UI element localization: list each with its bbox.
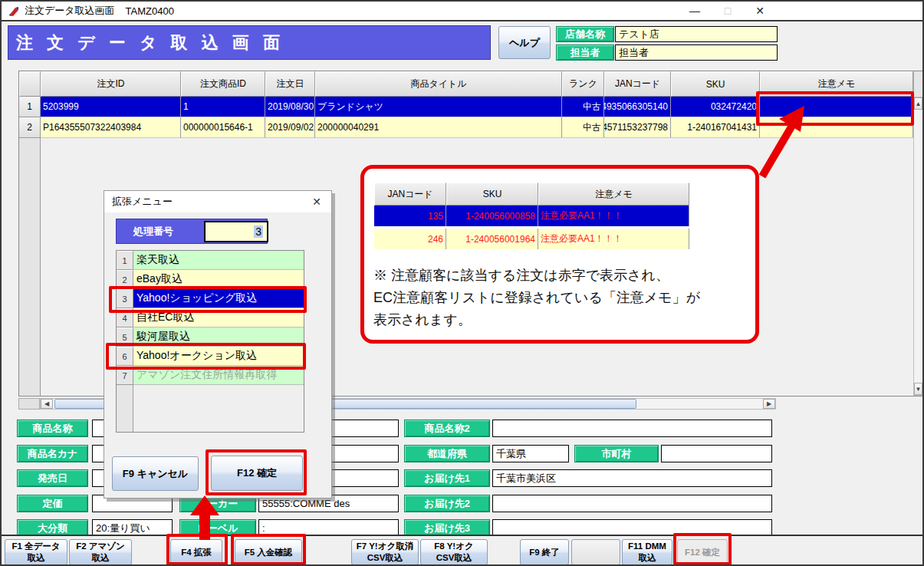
scroll-left-icon[interactable]: ◀ bbox=[41, 399, 53, 409]
mini-cell-jan: 246 bbox=[374, 229, 446, 249]
minimize-icon[interactable]: — bbox=[680, 2, 709, 20]
cancel-button[interactable]: F9 キャンセル bbox=[112, 456, 199, 491]
mini-col-memo: 注意メモ bbox=[538, 183, 689, 206]
mini-grid-header-row: JANコード SKU 注意メモ bbox=[374, 183, 689, 206]
page-title: 注 文 デ ー タ 取 込 画 面 bbox=[8, 25, 491, 60]
list-number-gutter bbox=[117, 385, 133, 432]
grid-vscrollbar[interactable]: ▲ ▼ bbox=[913, 97, 923, 396]
col-header-rank: ランク bbox=[562, 71, 604, 97]
product-kana-label: 商品名カナ bbox=[17, 445, 88, 462]
mini-cell-memo: 注意必要AA1！！！ bbox=[538, 206, 689, 226]
note-line: 表示されます。 bbox=[373, 309, 472, 331]
app-icon bbox=[8, 5, 20, 21]
f11-dmm-import-button[interactable]: F11 DMM 取込 bbox=[622, 539, 672, 565]
mini-cell-sku: 1-240056001964 bbox=[446, 229, 538, 249]
mini-col-jan: JANコード bbox=[374, 183, 446, 206]
cell-jan[interactable]: 4935066305140 bbox=[604, 97, 671, 117]
f9-exit-button[interactable]: F9 終了 bbox=[520, 539, 569, 565]
f8-yauction-csv-button[interactable]: F8 Y!オク CSV取込 bbox=[420, 539, 488, 565]
cell-order-id[interactable]: 5203999 bbox=[41, 97, 181, 117]
extension-menu-list: 1 楽天取込 2 eBay取込 3 Yahoo!ショッピング取込 4 自社EC取… bbox=[116, 250, 304, 433]
mini-cell-memo: 注意必要AA1！！！ bbox=[538, 229, 689, 249]
annotation-panel: JANコード SKU 注意メモ 135 1-240056000858 注意必要A… bbox=[360, 165, 759, 344]
close-icon[interactable]: ✕ bbox=[745, 2, 774, 20]
prefecture-label: 都道府県 bbox=[404, 445, 490, 462]
scroll-up-icon[interactable]: ▲ bbox=[914, 97, 922, 110]
product-name2-field[interactable] bbox=[492, 420, 772, 437]
cell-jan[interactable]: 4571153237798 bbox=[604, 117, 671, 138]
cell-order-id[interactable]: P164355507322403984 bbox=[41, 117, 181, 138]
row-number[interactable]: 1 bbox=[19, 97, 41, 117]
maximize-icon: □ bbox=[713, 2, 742, 20]
grid-corner-cell bbox=[19, 71, 41, 97]
mini-grid-row: 246 1-240056001964 注意必要AA1！！！ bbox=[374, 229, 689, 249]
yahoo-auction-highlight-box bbox=[106, 343, 306, 370]
list-item-label[interactable]: 楽天取込 bbox=[133, 251, 304, 270]
cell-order-item-id[interactable]: 000000015646-1 bbox=[181, 117, 265, 138]
cell-title[interactable]: ブランドシャツ bbox=[315, 97, 562, 117]
list-item[interactable]: 1 楽天取込 bbox=[117, 251, 304, 270]
window-title: 注文データ取込画面 bbox=[25, 4, 115, 18]
scroll-down-icon[interactable]: ▼ bbox=[914, 383, 922, 395]
memo-annotation-arrow bbox=[730, 84, 822, 184]
app-window: 注文データ取込画面 TAMZ0400 — □ ✕ 注 文 デ ー タ 取 込 画… bbox=[0, 0, 924, 566]
col-header-title: 商品タイトル bbox=[315, 71, 562, 97]
col-header-order-item-id: 注文商品ID bbox=[181, 71, 265, 97]
list-price-label: 定価 bbox=[17, 495, 88, 512]
scroll-right-icon[interactable]: ▶ bbox=[763, 399, 775, 409]
row-number[interactable]: 2 bbox=[19, 117, 41, 138]
product-name-label: 商品名称 bbox=[17, 420, 88, 437]
note-line: ※ 注意顧客に該当する注文は赤字で表示され、 bbox=[373, 265, 669, 287]
mini-col-sku: SKU bbox=[446, 183, 538, 206]
process-number-input[interactable]: 3 bbox=[204, 221, 268, 242]
f4-dialog-arrow bbox=[189, 495, 220, 540]
note-line: EC注意顧客リストに登録されている「注意メモ」が bbox=[373, 287, 700, 309]
vscroll-header-stub bbox=[913, 71, 923, 97]
address2-label: お届け先2 bbox=[404, 495, 490, 512]
f1-import-all-button[interactable]: F1 全データ 取込 bbox=[5, 539, 67, 565]
cell-order-date[interactable]: 2019/09/02 bbox=[265, 117, 315, 138]
row-number-gutter bbox=[19, 138, 41, 396]
col-header-order-id: 注文ID bbox=[41, 71, 181, 97]
f7-yauction-cancel-csv-button[interactable]: F7 Y!オク取消 CSV取込 bbox=[351, 539, 419, 565]
f12-highlight-box bbox=[673, 533, 732, 565]
dialog-f12-highlight-box bbox=[206, 449, 307, 495]
col-header-jan: JANコード bbox=[604, 71, 671, 97]
city-field[interactable] bbox=[661, 445, 772, 462]
f2-amazon-import-button[interactable]: F2 アマゾン 取込 bbox=[69, 539, 132, 565]
mini-grid-row: 135 1-240056000858 注意必要AA1！！！ bbox=[374, 206, 689, 226]
list-item-number: 1 bbox=[117, 251, 133, 270]
release-date-label: 発売日 bbox=[17, 469, 88, 487]
window-title-code: TAMZ0400 bbox=[126, 5, 174, 17]
cell-order-item-id[interactable]: 1 bbox=[181, 97, 265, 117]
staff-field[interactable]: 担当者 bbox=[615, 44, 778, 61]
hscroll-corner bbox=[18, 398, 40, 410]
city-label: 市町村 bbox=[574, 445, 659, 462]
mini-cell-jan: 135 bbox=[374, 206, 446, 226]
col-header-order-date: 注文日 bbox=[265, 71, 315, 97]
process-number-value: 3 bbox=[254, 225, 263, 238]
mini-cell-sku: 1-240056000858 bbox=[446, 206, 538, 226]
address1-field[interactable]: 千葉市美浜区 bbox=[492, 469, 772, 487]
cell-order-date[interactable]: 2019/08/30 bbox=[265, 97, 315, 117]
title-bar: 注文データ取込画面 TAMZ0400 — □ ✕ bbox=[2, 2, 922, 21]
cell-rank[interactable]: 中古 bbox=[562, 97, 604, 117]
yahoo-shopping-highlight-box bbox=[109, 286, 307, 313]
staff-label: 担当者 bbox=[556, 44, 614, 61]
product-name2-label: 商品名称2 bbox=[404, 420, 490, 437]
prefecture-field[interactable]: 千葉県 bbox=[492, 445, 569, 462]
dialog-title: 拡張メニュー bbox=[104, 191, 331, 212]
cell-title[interactable]: 200000040291 bbox=[315, 117, 562, 138]
address1-label: お届け先1 bbox=[404, 469, 490, 487]
function-key-bar: F1 全データ 取込 F2 アマゾン 取込 F4 拡張 F5 入金確認 F7 Y… bbox=[2, 535, 924, 566]
dialog-close-icon[interactable]: ✕ bbox=[307, 193, 327, 210]
shop-name-field[interactable]: テスト店 bbox=[615, 26, 778, 42]
shop-name-label: 店舗名称 bbox=[556, 26, 614, 42]
help-button[interactable]: ヘルプ bbox=[498, 26, 551, 59]
f5-highlight-box bbox=[231, 534, 306, 565]
cell-rank[interactable]: 中古 bbox=[562, 117, 604, 138]
address2-field[interactable] bbox=[492, 495, 772, 512]
empty-button-slot bbox=[571, 539, 620, 565]
